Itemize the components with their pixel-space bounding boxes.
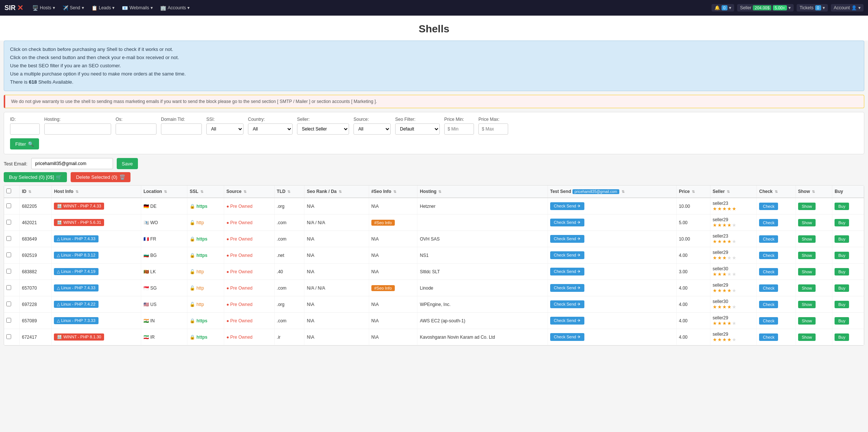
row-checkbox-cell — [4, 247, 20, 264]
check-send-button[interactable]: Check Send ✈ — [550, 219, 584, 226]
filter-country-select[interactable]: All — [248, 123, 293, 135]
filter-id-input[interactable] — [10, 123, 40, 135]
filter-ssl-select[interactable]: All — [206, 123, 243, 135]
check-send-button[interactable]: Check Send ✈ — [550, 251, 584, 259]
buy-button[interactable]: Buy — [835, 284, 849, 292]
tickets-badge[interactable]: Tickets 0 ▾ — [797, 4, 828, 12]
bell-badge[interactable]: 🔔 0 ▾ — [711, 4, 734, 12]
select-all-checkbox[interactable] — [6, 188, 11, 193]
buy-button[interactable]: Buy — [835, 219, 849, 226]
check-send-button[interactable]: Check Send ✈ — [550, 235, 584, 243]
check-button[interactable]: Check — [759, 252, 778, 259]
check-send-button[interactable]: Check Send ✈ — [550, 268, 584, 275]
row-checkbox[interactable] — [6, 203, 11, 208]
seller-amount: 204.00$ — [753, 5, 771, 10]
nav-send[interactable]: ✈️ Send ▾ — [59, 4, 87, 12]
show-button[interactable]: Show — [798, 203, 816, 210]
nav-accounts[interactable]: 🏢 Accounts ▾ — [157, 4, 193, 12]
show-button[interactable]: Show — [798, 317, 816, 325]
seller-badge[interactable]: Seller 204.00$ 5.00+ ▾ — [737, 4, 794, 12]
row-checkbox[interactable] — [6, 269, 11, 274]
warning-box: We do not give warranty to use the shell… — [4, 95, 864, 108]
save-button[interactable]: Save — [117, 158, 138, 169]
buy-button[interactable]: Buy — [835, 333, 849, 341]
show-button[interactable]: Show — [798, 268, 816, 275]
check-button[interactable]: Check — [759, 284, 778, 292]
check-send-button[interactable]: Check Send ✈ — [550, 333, 584, 341]
row-ssl: 🔓 http — [187, 280, 224, 296]
row-source: ● Pre Owned — [224, 247, 275, 264]
filter-domain-input[interactable] — [161, 123, 202, 135]
row-id: 697228 — [20, 296, 52, 313]
buy-button[interactable]: Buy — [835, 301, 849, 308]
ssl-http: 🔓 http — [190, 302, 204, 307]
table-row: 683882 △ Linux - PHP 7.4.19 🇱🇰 LK 🔓 http… — [4, 264, 864, 280]
row-checkbox[interactable] — [6, 285, 11, 290]
seller-name: seller29 — [713, 315, 754, 320]
check-button[interactable]: Check — [759, 301, 778, 308]
star-filled: ★ — [717, 288, 722, 293]
buy-button[interactable]: Buy — [835, 317, 849, 325]
buy-selected-button[interactable]: Buy Selected (0) [0$] 🛒 — [4, 172, 67, 182]
show-button[interactable]: Show — [798, 219, 816, 226]
test-email-input[interactable] — [31, 158, 113, 169]
row-checkbox[interactable] — [6, 318, 11, 323]
check-send-button[interactable]: Check Send ✈ — [550, 300, 584, 308]
filter-seller-select[interactable]: Select Seller — [297, 123, 349, 135]
filter-hosting-input[interactable] — [44, 123, 111, 135]
show-button[interactable]: Show — [798, 284, 816, 292]
row-checkbox[interactable] — [6, 302, 11, 306]
row-hosting: AWS EC2 (ap-south-1) — [417, 313, 548, 329]
filter-pricemin-input[interactable] — [444, 123, 474, 135]
check-send-button[interactable]: Check Send ✈ — [550, 284, 584, 292]
filter-btn-label: Filter — [15, 141, 26, 147]
row-checkbox-cell — [4, 231, 20, 247]
seller-name: seller30 — [713, 266, 754, 271]
account-icon: 👤 — [851, 5, 857, 10]
show-button[interactable]: Show — [798, 235, 816, 243]
row-tld: .ir — [274, 329, 304, 345]
check-button[interactable]: Check — [759, 333, 778, 341]
filter-source-select[interactable]: All — [354, 123, 391, 135]
check-button[interactable]: Check — [759, 317, 778, 325]
row-checkbox[interactable] — [6, 252, 11, 257]
row-checkbox[interactable] — [6, 334, 11, 339]
show-button[interactable]: Show — [798, 301, 816, 308]
star-empty: ★ — [732, 222, 736, 228]
check-send-button[interactable]: Check Send ✈ — [550, 202, 584, 210]
buy-button[interactable]: Buy — [835, 203, 849, 210]
seller-stars: ★★★★★ — [713, 239, 754, 244]
star-empty: ★ — [732, 304, 736, 310]
filter-pricemax-input[interactable] — [478, 123, 508, 135]
account-badge[interactable]: Account 👤 ▾ — [831, 4, 864, 12]
check-button[interactable]: Check — [759, 235, 778, 243]
row-buy-btn-cell: Buy — [832, 215, 864, 231]
table-row: 682205 🪟 WINNT - PHP 7.4.33 🇩🇪 DE 🔒 http… — [4, 198, 864, 215]
check-button[interactable]: Check — [759, 203, 778, 210]
filter-seo-select[interactable]: Default — [395, 123, 440, 135]
filter-button[interactable]: Filter 🔍 — [10, 138, 39, 149]
buy-button[interactable]: Buy — [835, 235, 849, 243]
nav-hosts[interactable]: 🖥️ Hosts ▾ — [29, 4, 58, 12]
logo[interactable]: SIR ✕ — [4, 3, 23, 12]
row-location: 🇧🇬 BG — [141, 247, 187, 264]
buy-button[interactable]: Buy — [835, 268, 849, 275]
nav-webmails[interactable]: 📧 Webmails ▾ — [119, 4, 155, 12]
check-button[interactable]: Check — [759, 219, 778, 226]
row-seo-info: #Seo Info — [369, 280, 417, 296]
check-button[interactable]: Check — [759, 268, 778, 275]
hostinfo-sort-icon: ⇅ — [75, 190, 78, 194]
show-button[interactable]: Show — [798, 333, 816, 341]
row-check-btn-cell: Check — [757, 313, 796, 329]
nav-hosts-label: Hosts — [40, 5, 51, 10]
delete-selected-button[interactable]: Delete Selected (0) 🗑️ — [71, 172, 130, 182]
nav-leads[interactable]: 📋 Leads ▾ — [88, 4, 118, 12]
check-send-button[interactable]: Check Send ✈ — [550, 317, 584, 325]
show-button[interactable]: Show — [798, 252, 816, 259]
buy-button[interactable]: Buy — [835, 252, 849, 259]
row-seller: seller23 ★★★★★ — [710, 231, 756, 247]
row-checkbox[interactable] — [6, 236, 11, 241]
filter-os-input[interactable] — [116, 123, 157, 135]
row-checkbox[interactable] — [6, 220, 11, 225]
row-source: ● Pre Owned — [224, 313, 275, 329]
